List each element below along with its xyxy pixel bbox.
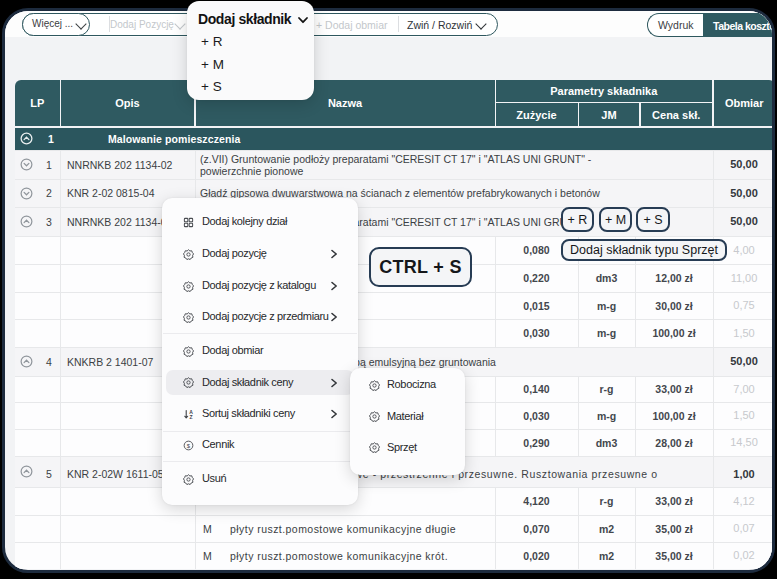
svg-text:Z: Z: [189, 413, 192, 419]
svg-text:$: $: [187, 442, 191, 448]
